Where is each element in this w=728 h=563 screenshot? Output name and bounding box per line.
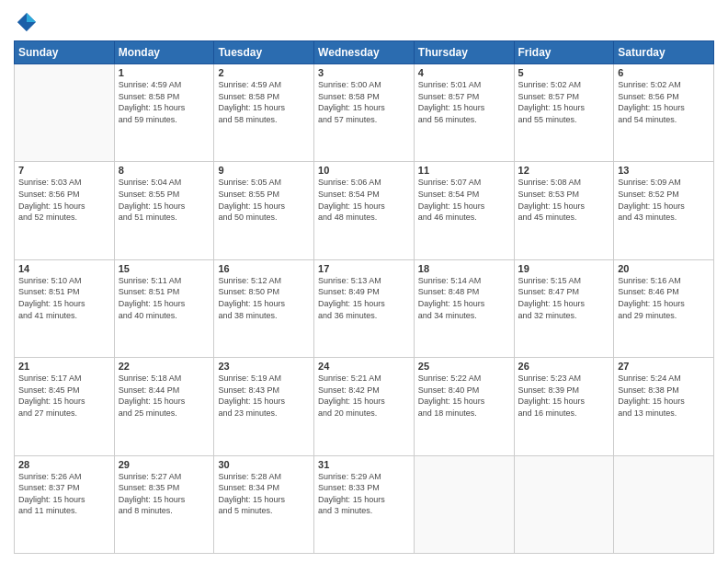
day-number: 8 [119,165,210,176]
calendar-week-row: 7Sunrise: 5:03 AM Sunset: 8:56 PM Daylig… [15,162,714,259]
calendar-cell: 7Sunrise: 5:03 AM Sunset: 8:56 PM Daylig… [15,162,115,259]
calendar-week-row: 14Sunrise: 5:10 AM Sunset: 8:51 PM Dayli… [15,259,714,357]
day-info: Sunrise: 5:07 AM Sunset: 8:54 PM Dayligh… [418,177,510,223]
calendar-cell: 30Sunrise: 5:28 AM Sunset: 8:34 PM Dayli… [214,455,314,553]
weekday-header: Tuesday [214,41,314,64]
day-number: 23 [218,361,310,372]
day-info: Sunrise: 5:02 AM Sunset: 8:56 PM Dayligh… [618,79,710,125]
weekday-header: Wednesday [314,41,415,64]
calendar-cell [514,455,614,553]
calendar-cell: 13Sunrise: 5:09 AM Sunset: 8:52 PM Dayli… [614,162,714,259]
header-row: SundayMondayTuesdayWednesdayThursdayFrid… [15,41,714,64]
day-info: Sunrise: 5:27 AM Sunset: 8:35 PM Dayligh… [119,471,210,517]
calendar-cell: 28Sunrise: 5:26 AM Sunset: 8:37 PM Dayli… [15,455,115,553]
calendar-cell [15,64,115,162]
day-number: 28 [18,459,110,470]
day-number: 9 [218,165,310,176]
day-number: 14 [18,263,110,274]
day-info: Sunrise: 5:05 AM Sunset: 8:55 PM Dayligh… [218,177,310,223]
day-info: Sunrise: 5:10 AM Sunset: 8:51 PM Dayligh… [18,275,110,321]
day-info: Sunrise: 5:11 AM Sunset: 8:51 PM Dayligh… [119,275,210,321]
calendar-cell: 10Sunrise: 5:06 AM Sunset: 8:54 PM Dayli… [314,162,415,259]
day-number: 5 [518,67,610,78]
day-info: Sunrise: 5:23 AM Sunset: 8:39 PM Dayligh… [518,373,610,419]
calendar-cell: 24Sunrise: 5:21 AM Sunset: 8:42 PM Dayli… [314,358,415,455]
calendar-cell: 15Sunrise: 5:11 AM Sunset: 8:51 PM Dayli… [114,259,214,357]
day-info: Sunrise: 5:19 AM Sunset: 8:43 PM Dayligh… [218,373,310,419]
day-number: 2 [218,67,310,78]
calendar-week-row: 1Sunrise: 4:59 AM Sunset: 8:58 PM Daylig… [15,64,714,162]
day-info: Sunrise: 5:01 AM Sunset: 8:57 PM Dayligh… [418,79,510,125]
calendar-week-row: 28Sunrise: 5:26 AM Sunset: 8:37 PM Dayli… [15,455,714,553]
day-number: 20 [618,263,710,274]
weekday-header: Thursday [414,41,514,64]
calendar-cell: 23Sunrise: 5:19 AM Sunset: 8:43 PM Dayli… [214,358,314,455]
day-number: 18 [418,263,510,274]
day-info: Sunrise: 5:03 AM Sunset: 8:56 PM Dayligh… [18,177,110,223]
logo-icon [14,9,40,35]
day-info: Sunrise: 5:13 AM Sunset: 8:49 PM Dayligh… [318,275,410,321]
calendar-cell: 18Sunrise: 5:14 AM Sunset: 8:48 PM Dayli… [414,259,514,357]
day-info: Sunrise: 5:02 AM Sunset: 8:57 PM Dayligh… [518,79,610,125]
calendar-cell: 20Sunrise: 5:16 AM Sunset: 8:46 PM Dayli… [614,259,714,357]
day-number: 22 [119,361,210,372]
day-number: 10 [318,165,410,176]
day-info: Sunrise: 5:29 AM Sunset: 8:33 PM Dayligh… [318,471,410,517]
weekday-header: Sunday [15,41,115,64]
calendar-cell: 5Sunrise: 5:02 AM Sunset: 8:57 PM Daylig… [514,64,614,162]
svg-marker-2 [17,22,27,31]
calendar-cell: 8Sunrise: 5:04 AM Sunset: 8:55 PM Daylig… [114,162,214,259]
day-number: 24 [318,361,410,372]
day-number: 3 [318,67,410,78]
day-number: 30 [218,459,310,470]
page: SundayMondayTuesdayWednesdayThursdayFrid… [0,0,728,563]
weekday-header: Monday [114,41,214,64]
day-info: Sunrise: 5:04 AM Sunset: 8:55 PM Dayligh… [119,177,210,223]
calendar-cell: 19Sunrise: 5:15 AM Sunset: 8:47 PM Dayli… [514,259,614,357]
day-number: 16 [218,263,310,274]
day-number: 7 [18,165,110,176]
day-number: 12 [518,165,610,176]
logo [14,9,43,35]
calendar-cell [414,455,514,553]
day-number: 25 [418,361,510,372]
calendar-cell: 22Sunrise: 5:18 AM Sunset: 8:44 PM Dayli… [114,358,214,455]
calendar-cell: 12Sunrise: 5:08 AM Sunset: 8:53 PM Dayli… [514,162,614,259]
day-number: 19 [518,263,610,274]
calendar-cell [614,455,714,553]
day-info: Sunrise: 5:14 AM Sunset: 8:48 PM Dayligh… [418,275,510,321]
calendar-cell: 3Sunrise: 5:00 AM Sunset: 8:58 PM Daylig… [314,64,415,162]
day-info: Sunrise: 5:28 AM Sunset: 8:34 PM Dayligh… [218,471,310,517]
day-info: Sunrise: 5:15 AM Sunset: 8:47 PM Dayligh… [518,275,610,321]
calendar-table: SundayMondayTuesdayWednesdayThursdayFrid… [14,40,714,554]
calendar-cell: 16Sunrise: 5:12 AM Sunset: 8:50 PM Dayli… [214,259,314,357]
day-number: 21 [18,361,110,372]
calendar-cell: 6Sunrise: 5:02 AM Sunset: 8:56 PM Daylig… [614,64,714,162]
calendar-cell: 26Sunrise: 5:23 AM Sunset: 8:39 PM Dayli… [514,358,614,455]
calendar-cell: 29Sunrise: 5:27 AM Sunset: 8:35 PM Dayli… [114,455,214,553]
day-info: Sunrise: 4:59 AM Sunset: 8:58 PM Dayligh… [119,79,210,125]
calendar-cell: 21Sunrise: 5:17 AM Sunset: 8:45 PM Dayli… [15,358,115,455]
calendar-week-row: 21Sunrise: 5:17 AM Sunset: 8:45 PM Dayli… [15,358,714,455]
day-number: 26 [518,361,610,372]
day-number: 11 [418,165,510,176]
day-info: Sunrise: 5:24 AM Sunset: 8:38 PM Dayligh… [618,373,710,419]
day-number: 6 [618,67,710,78]
calendar-cell: 2Sunrise: 4:59 AM Sunset: 8:58 PM Daylig… [214,64,314,162]
calendar-cell: 31Sunrise: 5:29 AM Sunset: 8:33 PM Dayli… [314,455,415,553]
day-info: Sunrise: 5:16 AM Sunset: 8:46 PM Dayligh… [618,275,710,321]
day-info: Sunrise: 5:21 AM Sunset: 8:42 PM Dayligh… [318,373,410,419]
day-number: 29 [119,459,210,470]
day-info: Sunrise: 5:17 AM Sunset: 8:45 PM Dayligh… [18,373,110,419]
day-number: 13 [618,165,710,176]
calendar-cell: 11Sunrise: 5:07 AM Sunset: 8:54 PM Dayli… [414,162,514,259]
day-number: 17 [318,263,410,274]
day-info: Sunrise: 5:08 AM Sunset: 8:53 PM Dayligh… [518,177,610,223]
svg-marker-1 [27,13,36,22]
calendar-cell: 14Sunrise: 5:10 AM Sunset: 8:51 PM Dayli… [15,259,115,357]
calendar-cell: 1Sunrise: 4:59 AM Sunset: 8:58 PM Daylig… [114,64,214,162]
day-info: Sunrise: 5:22 AM Sunset: 8:40 PM Dayligh… [418,373,510,419]
header [14,9,714,35]
day-info: Sunrise: 4:59 AM Sunset: 8:58 PM Dayligh… [218,79,310,125]
weekday-header: Friday [514,41,614,64]
